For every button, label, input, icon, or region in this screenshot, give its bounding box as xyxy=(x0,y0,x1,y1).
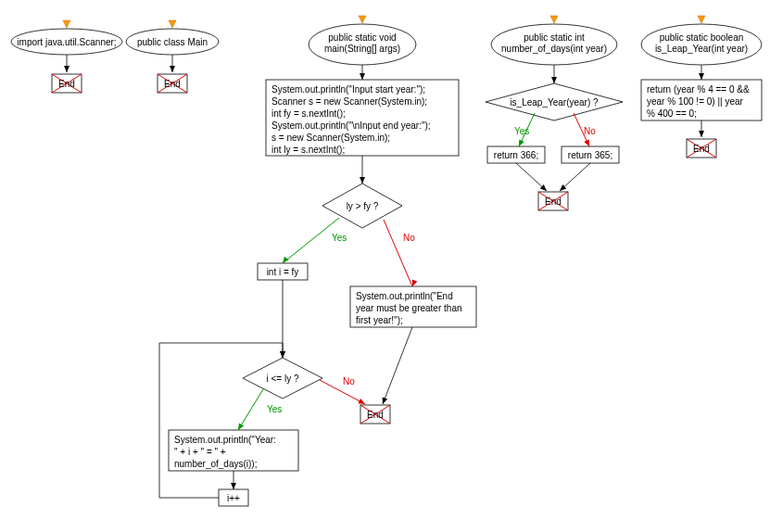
leap-return-l2: year % 100 != 0) || year xyxy=(647,96,744,107)
error-l3: first year!"); xyxy=(356,315,403,325)
end-nod: End xyxy=(538,192,568,210)
error-box: System.out.println("End year must be gre… xyxy=(350,286,476,327)
end-label-main: End xyxy=(367,410,384,420)
entry-main: public static void main(String[] args) xyxy=(309,16,416,65)
entry-class: public class Main End xyxy=(126,20,219,93)
decision-i-le-ly: i <= ly ? xyxy=(243,358,322,399)
main-body-l3: int fy = s.nextInt(); xyxy=(271,108,346,119)
error-l2: year must be greater than xyxy=(356,303,462,313)
entry-import-label: import java.util.Scanner; xyxy=(17,37,116,47)
end-label-ily: End xyxy=(693,144,710,154)
decision-i-le-ly-label: i <= ly ? xyxy=(266,374,298,384)
entry-number-of-days: public static int number_of_days(int yea… xyxy=(491,16,617,65)
entry-nod-l2: number_of_days(int year) xyxy=(501,44,607,54)
print-box: System.out.println("Year: " + i + " = " … xyxy=(169,430,298,471)
leap-return-l3: % 400 == 0; xyxy=(647,108,697,119)
inc-box: i++ xyxy=(219,489,248,506)
print-l3: number_of_days(i)); xyxy=(174,459,257,469)
main-body-l5: s = new Scanner(System.in); xyxy=(271,133,390,143)
end-main: End xyxy=(360,405,390,424)
no-label-1: No xyxy=(403,233,415,243)
main-body-l1: System.out.println("Input start year:"); xyxy=(271,84,425,95)
entry-ily-l2: is_Leap_Year(int year) xyxy=(655,44,748,54)
print-l2: " + i + " = " + xyxy=(174,447,226,457)
leap-return-l1: return (year % 4 == 0 && xyxy=(647,84,750,95)
entry-ily-l1: public static boolean xyxy=(660,32,744,43)
entry-main-label-2: main(String[] args) xyxy=(324,44,400,54)
no-label-3: No xyxy=(584,126,596,136)
decision-is-leap-label: is_Leap_Year(year) ? xyxy=(510,97,599,108)
flowchart-canvas: import java.util.Scanner; End public cla… xyxy=(0,0,770,532)
entry-main-label-1: public static void xyxy=(328,32,396,43)
end-ily: End xyxy=(687,139,716,158)
init-i-box: int i = fy xyxy=(258,263,308,280)
end-label-2: End xyxy=(164,79,181,89)
main-body-l2: Scanner s = new Scanner(System.in); xyxy=(271,96,427,107)
inc-label: i++ xyxy=(227,493,240,503)
return-365-box: return 365; xyxy=(562,146,619,163)
init-i-label: int i = fy xyxy=(267,267,299,277)
end-label-nod: End xyxy=(545,196,562,207)
end-label-1: End xyxy=(58,79,75,89)
leap-return-box: return (year % 4 == 0 && year % 100 != 0… xyxy=(641,80,762,120)
decision-is-leap: is_Leap_Year(year) ? xyxy=(486,83,623,120)
return-366-label: return 366; xyxy=(494,150,538,160)
main-body-box: System.out.println("Input start year:");… xyxy=(266,80,459,156)
main-body-l4: System.out.println("\nInput end year:"); xyxy=(271,120,431,131)
error-l1: System.out.println("End xyxy=(356,291,453,301)
main-body-l6: int ly = s.nextInt(); xyxy=(271,145,345,155)
yes-label-3: Yes xyxy=(514,126,529,136)
yes-label-2: Yes xyxy=(267,404,282,414)
entry-nod-l1: public static int xyxy=(524,32,585,43)
decision-ly-gt-fy-label: ly > fy ? xyxy=(347,201,379,211)
entry-is-leap-year: public static boolean is_Leap_Year(int y… xyxy=(641,16,762,65)
entry-class-label: public class Main xyxy=(137,37,208,47)
return-365-label: return 365; xyxy=(568,150,612,160)
no-label-2: No xyxy=(343,376,355,386)
yes-label-1: Yes xyxy=(332,233,347,243)
entry-import: import java.util.Scanner; End xyxy=(11,20,122,93)
print-l1: System.out.println("Year: xyxy=(174,435,276,445)
return-366-box: return 366; xyxy=(487,146,545,163)
